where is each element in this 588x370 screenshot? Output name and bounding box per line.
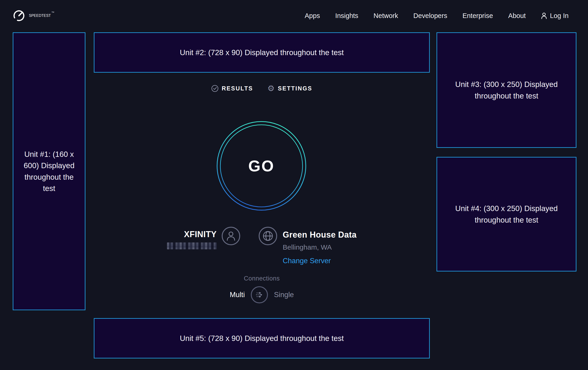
ad-unit-label: Unit #3: (300 x 250) Displayed throughou… xyxy=(452,79,561,101)
redacted-ip xyxy=(167,242,217,249)
person-icon xyxy=(226,230,236,242)
ad-unit-5[interactable]: Unit #5: (728 x 90) Displayed throughout… xyxy=(94,318,430,359)
connections-toggle[interactable] xyxy=(251,286,268,303)
connections-section: Connections Multi Single xyxy=(94,275,430,303)
connection-details: XFINITY Green House Data Bellingham, WA … xyxy=(94,225,430,265)
login-button[interactable]: Log In xyxy=(541,12,569,20)
check-circle-icon xyxy=(211,85,219,92)
ad-unit-4[interactable]: Unit #4: (300 x 250) Displayed throughou… xyxy=(437,157,577,271)
isp-avatar xyxy=(222,227,240,245)
server-name: Green House Data xyxy=(283,230,357,240)
ad-unit-label: Unit #1: (160 x 600) Displayed throughou… xyxy=(21,149,77,194)
isp-block: XFINITY xyxy=(167,230,217,250)
connections-row: Multi Single xyxy=(94,286,430,303)
ad-unit-label: Unit #4: (300 x 250) Displayed throughou… xyxy=(452,203,561,226)
connections-label: Connections xyxy=(94,275,430,282)
server-location: Bellingham, WA xyxy=(283,243,357,251)
connections-single-option[interactable]: Single xyxy=(274,291,294,299)
header: SPEEDTEST™ Apps Insights Network Develop… xyxy=(0,0,588,31)
logo-trademark: ™ xyxy=(51,11,54,14)
nav-item-developers[interactable]: Developers xyxy=(413,12,447,20)
nav-item-network[interactable]: Network xyxy=(373,12,398,20)
nav-item-about[interactable]: About xyxy=(508,12,526,20)
login-label: Log In xyxy=(550,12,569,20)
speedtest-logo[interactable]: SPEEDTEST™ xyxy=(13,10,54,22)
server-globe xyxy=(259,227,277,245)
main-nav: Apps Insights Network Developers Enterpr… xyxy=(305,12,526,20)
speedtest-page: SPEEDTEST™ Apps Insights Network Develop… xyxy=(0,0,588,370)
nav-item-insights[interactable]: Insights xyxy=(335,12,358,20)
tab-results-label: RESULTS xyxy=(222,85,253,92)
dashed-arrows-icon xyxy=(252,286,267,303)
server-block: Green House Data Bellingham, WA Change S… xyxy=(283,230,357,265)
nav-item-enterprise[interactable]: Enterprise xyxy=(462,12,493,20)
ad-unit-label: Unit #2: (728 x 90) Displayed throughout… xyxy=(180,47,344,58)
logo-text: SPEEDTEST™ xyxy=(29,14,54,18)
tab-settings-label: SETTINGS xyxy=(278,85,312,92)
tab-results[interactable]: RESULTS xyxy=(211,85,253,92)
go-button[interactable]: GO xyxy=(216,121,306,211)
connections-multi-option[interactable]: Multi xyxy=(230,291,245,299)
gauge-icon xyxy=(13,10,25,22)
globe-icon xyxy=(262,230,274,242)
ad-unit-2[interactable]: Unit #2: (728 x 90) Displayed throughout… xyxy=(94,32,430,73)
go-label: GO xyxy=(216,121,306,211)
isp-name: XFINITY xyxy=(167,230,217,239)
user-icon xyxy=(541,12,547,19)
ad-unit-label: Unit #5: (728 x 90) Displayed throughout… xyxy=(180,333,344,344)
tab-settings[interactable]: ⚙ SETTINGS xyxy=(267,84,312,92)
ad-unit-3[interactable]: Unit #3: (300 x 250) Displayed throughou… xyxy=(437,32,577,148)
gear-icon: ⚙ xyxy=(267,84,275,92)
nav-item-apps[interactable]: Apps xyxy=(305,12,320,20)
tab-bar: RESULTS ⚙ SETTINGS xyxy=(94,81,430,96)
change-server-link[interactable]: Change Server xyxy=(283,257,357,265)
ad-unit-1[interactable]: Unit #1: (160 x 600) Displayed throughou… xyxy=(13,32,85,310)
